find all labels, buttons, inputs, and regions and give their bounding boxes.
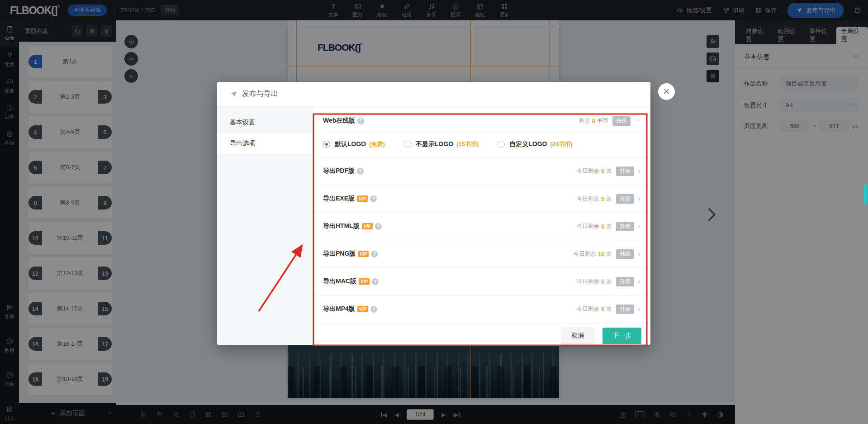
- upgrade-button[interactable]: 升级: [616, 249, 634, 259]
- remaining-count: 5: [601, 278, 604, 285]
- chevron-right-icon[interactable]: ›: [638, 167, 640, 175]
- export-png-row[interactable]: 导出PNG版 VIP ? 今日剩余 10 次 升级 ›: [313, 240, 650, 268]
- radio-no-logo[interactable]: 不显示LOGO (15书币): [404, 140, 479, 148]
- coins-remaining-label: 剩余: [579, 117, 590, 125]
- radio-icon: [498, 141, 505, 148]
- radio-default-logo[interactable]: 默认LOGO (免费): [323, 140, 385, 148]
- help-icon[interactable]: ?: [357, 118, 364, 124]
- export-options-content: Web在线版 ? 剩余 8 书币 充值 默认LOGO (免费): [313, 107, 650, 345]
- export-mp4-row[interactable]: 导出MP4版 VIP ? 今日剩余 5 次 升级 ›: [313, 295, 650, 323]
- vip-badge: VIP: [358, 251, 369, 257]
- flbook-editor: FLBOOK(]® 企业基础版 | 75.01M / 20G 升级 T文本 图片…: [0, 0, 868, 424]
- help-icon[interactable]: ?: [357, 168, 364, 175]
- upgrade-button[interactable]: 升级: [616, 194, 634, 204]
- coins-remaining-count: 8: [592, 118, 595, 124]
- remaining-count: 9: [601, 168, 604, 175]
- modal-footer: 取消 下一步: [313, 323, 650, 344]
- vip-badge: VIP: [359, 278, 370, 285]
- vip-badge: VIP: [357, 195, 368, 202]
- export-html-row[interactable]: 导出HTML版 VIP ? 今日剩余 5 次 升级 ›: [313, 213, 650, 240]
- cancel-button[interactable]: 取消: [561, 328, 594, 344]
- recharge-button[interactable]: 充值: [612, 116, 631, 126]
- upgrade-button[interactable]: 升级: [616, 222, 634, 231]
- remaining-count: 5: [601, 195, 604, 202]
- export-exe-row[interactable]: 导出EXE版 VIP ? 今日剩余 5 次 升级 ›: [313, 185, 650, 213]
- modal-close-button[interactable]: ✕: [658, 83, 675, 100]
- web-online-title: Web在线版: [323, 117, 355, 125]
- help-icon[interactable]: ?: [371, 251, 378, 257]
- upgrade-button[interactable]: 升级: [616, 277, 634, 286]
- chevron-right-icon[interactable]: ›: [638, 277, 640, 286]
- web-online-row[interactable]: Web在线版 ? 剩余 8 书币 充值: [323, 114, 640, 128]
- export-mac-row[interactable]: 导出MAC版 VIP ? 今日剩余 5 次 升级 ›: [313, 268, 650, 295]
- help-icon[interactable]: ?: [375, 223, 382, 230]
- modal-nav: 基本设置 导出选项: [217, 107, 313, 345]
- help-icon[interactable]: ?: [370, 195, 377, 202]
- upgrade-button[interactable]: 升级: [616, 167, 634, 176]
- help-icon[interactable]: ?: [370, 306, 377, 313]
- chevron-right-icon[interactable]: ›: [638, 195, 640, 203]
- publish-export-modal: 发布与导出 基本设置 导出选项 Web在线版 ? 剩余 8 书币 充值: [217, 82, 650, 345]
- logo-options-row: 默认LOGO (免费) 不显示LOGO (15书币) 自定义LOGO (24书币…: [323, 132, 640, 157]
- price-free: (免费): [369, 140, 385, 148]
- modal-header: 发布与导出: [217, 82, 650, 106]
- chevron-right-icon[interactable]: ›: [638, 222, 640, 230]
- vip-badge: VIP: [357, 306, 368, 312]
- vip-badge: VIP: [362, 223, 373, 229]
- modal-tab-export-options[interactable]: 导出选项: [217, 133, 313, 154]
- modal-tab-basic-settings[interactable]: 基本设置: [217, 112, 313, 133]
- remaining-count: 10: [598, 251, 604, 257]
- upgrade-button[interactable]: 升级: [616, 305, 634, 314]
- export-pdf-row[interactable]: 导出PDF版 ? 今日剩余 9 次 升级 ›: [313, 157, 650, 185]
- chevron-right-icon[interactable]: ›: [638, 305, 640, 313]
- radio-custom-logo[interactable]: 自定义LOGO (24书币): [498, 140, 572, 148]
- price-15-coins: (15书币): [456, 140, 479, 148]
- modal-title: 发布与导出: [242, 89, 278, 99]
- coins-unit: 书币: [597, 117, 608, 125]
- radio-icon: [404, 141, 411, 148]
- panel-scrollbar-thumb[interactable]: [864, 185, 867, 205]
- next-step-button[interactable]: 下一步: [602, 328, 641, 344]
- help-icon[interactable]: ?: [372, 278, 379, 285]
- price-24-coins: (24书币): [550, 140, 573, 148]
- web-online-section: Web在线版 ? 剩余 8 书币 充值 默认LOGO (免费): [313, 107, 650, 157]
- chevron-down-icon[interactable]: [635, 117, 640, 125]
- remaining-count: 5: [601, 306, 604, 313]
- paper-plane-icon: [230, 90, 237, 98]
- radio-selected-icon: [323, 141, 330, 148]
- remaining-count: 5: [601, 223, 604, 230]
- chevron-right-icon[interactable]: ›: [638, 250, 640, 258]
